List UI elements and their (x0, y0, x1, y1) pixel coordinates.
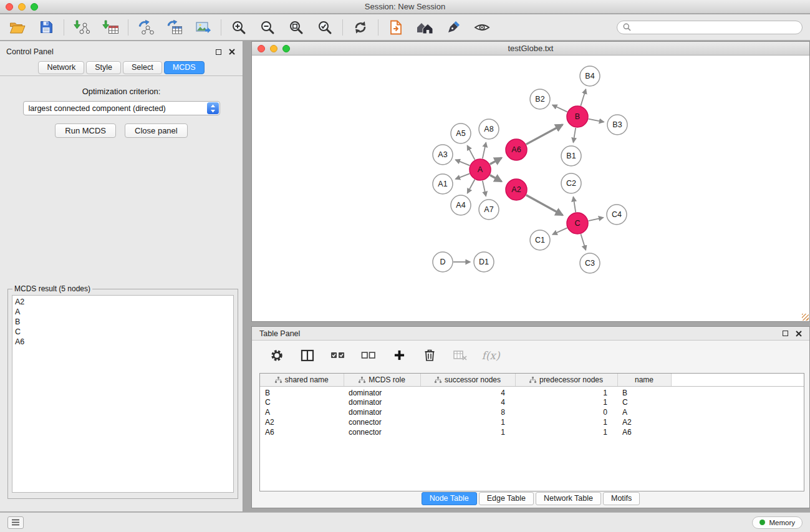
export-network-button[interactable] (135, 17, 157, 37)
deselect-all-button[interactable] (360, 347, 377, 364)
graph-edge-A6-B[interactable] (526, 125, 563, 145)
table-row[interactable]: Bdominator41B (260, 386, 804, 397)
float-panel-icon[interactable] (783, 331, 788, 336)
column-settings-button[interactable] (299, 347, 316, 364)
graph-node-D1[interactable]: D1 (474, 252, 494, 272)
table-cell[interactable]: 1 (515, 386, 617, 397)
export-image-button[interactable] (192, 17, 215, 37)
table-cell[interactable]: 4 (420, 397, 515, 407)
minimize-window-icon[interactable] (270, 45, 277, 52)
tab-node-table[interactable]: Node Table (422, 492, 477, 505)
graph-edge-A-A3[interactable] (455, 160, 470, 165)
tab-network-table[interactable]: Network Table (536, 492, 601, 505)
table-cell[interactable]: 1 (420, 427, 515, 437)
graph-node-B3[interactable]: B3 (607, 115, 627, 135)
table-row[interactable]: A2connector11A2 (260, 417, 804, 427)
annotation-button[interactable] (442, 17, 465, 37)
table-cell[interactable]: connector (344, 417, 420, 427)
table-cell[interactable]: A (260, 407, 344, 417)
table-cell[interactable]: dominator (344, 397, 420, 407)
table-cell[interactable]: B (617, 386, 671, 397)
column-header-name[interactable]: name (617, 374, 671, 386)
graph-node-A8[interactable]: A8 (479, 119, 499, 139)
graph-edge-A2-C[interactable] (526, 195, 563, 215)
network-canvas[interactable]: AA1A2A3A4A5A6A7A8BB1B2B3B4CC1C2C3C4DD1 (252, 56, 809, 321)
graph-edge-C-C3[interactable] (581, 234, 586, 250)
graph-node-A5[interactable]: A5 (451, 123, 471, 143)
close-window-icon[interactable] (6, 3, 13, 11)
network-window-titlebar[interactable]: testGlobe.txt (252, 42, 809, 56)
delete-table-button[interactable] (452, 347, 468, 364)
select-all-button[interactable] (330, 347, 346, 364)
zoom-fit-button[interactable] (285, 17, 307, 37)
close-panel-icon[interactable] (229, 49, 235, 55)
graph-node-D[interactable]: D (433, 252, 453, 272)
graph-edge-A-A6[interactable] (490, 158, 502, 164)
graph-node-A1[interactable]: A1 (433, 174, 453, 194)
result-item[interactable]: B (15, 317, 231, 327)
graph-edge-A-A5[interactable] (467, 145, 475, 160)
task-history-button[interactable] (7, 516, 24, 529)
column-header-successor-nodes[interactable]: successor nodes (420, 374, 515, 386)
graph-node-B2[interactable]: B2 (530, 89, 550, 109)
table-cell[interactable]: A6 (617, 427, 671, 437)
tab-mcds[interactable]: MCDS (164, 61, 205, 74)
graph-node-A4[interactable]: A4 (451, 195, 471, 215)
resize-grip[interactable] (802, 314, 809, 321)
table-cell[interactable]: A (617, 407, 671, 417)
save-session-button[interactable] (35, 17, 57, 37)
graph-edge-B-B1[interactable] (573, 128, 576, 143)
graph-node-C1[interactable]: C1 (530, 230, 550, 250)
close-panel-button[interactable]: Close panel (125, 123, 188, 138)
graph-node-C2[interactable]: C2 (561, 173, 581, 193)
mcds-result-list[interactable]: A2 A B C A6 (12, 295, 234, 493)
table-row[interactable]: Adominator80A (260, 407, 804, 417)
result-item[interactable]: C (15, 327, 231, 337)
graph-node-C4[interactable]: C4 (607, 205, 627, 225)
table-cell[interactable]: C (260, 397, 344, 407)
graph-node-A3[interactable]: A3 (433, 145, 453, 165)
tab-edge-table[interactable]: Edge Table (479, 492, 534, 505)
column-header-predecessor-nodes[interactable]: predecessor nodes (515, 374, 617, 386)
result-item[interactable]: A (15, 307, 231, 317)
criterion-dropdown[interactable]: largest connected component (directed) (23, 101, 220, 115)
table-cell[interactable]: A2 (617, 417, 671, 427)
float-panel-icon[interactable] (216, 49, 221, 55)
graph-edge-B-B2[interactable] (552, 105, 567, 112)
table-cell[interactable]: B (260, 386, 344, 397)
close-window-icon[interactable] (258, 45, 265, 52)
zoom-out-button[interactable] (256, 17, 279, 37)
first-neighbors-button[interactable] (413, 17, 436, 37)
table-row[interactable]: Cdominator41C (260, 397, 804, 407)
graph-edge-B-B3[interactable] (589, 119, 604, 122)
show-graphics-details-button[interactable] (471, 17, 493, 37)
table-cell[interactable]: C (617, 397, 671, 407)
table-settings-button[interactable] (269, 347, 285, 364)
export-table-button[interactable] (163, 17, 186, 37)
function-builder-button[interactable]: f(x) (483, 347, 499, 364)
zoom-window-icon[interactable] (282, 45, 290, 52)
graph-node-A7[interactable]: A7 (479, 200, 499, 220)
table-cell[interactable]: 8 (420, 407, 515, 417)
tab-motifs[interactable]: Motifs (603, 492, 640, 505)
graph-node-B4[interactable]: B4 (580, 66, 600, 86)
graph-edge-B-B4[interactable] (581, 89, 586, 106)
result-item[interactable]: A6 (15, 337, 231, 347)
toolbar-search-field[interactable] (617, 21, 803, 34)
apply-layout-button[interactable] (349, 17, 372, 37)
zoom-in-button[interactable] (228, 17, 250, 37)
graph-edge-A-A4[interactable] (468, 180, 475, 193)
result-item[interactable]: A2 (15, 297, 231, 307)
table-cell[interactable]: A2 (260, 417, 344, 427)
column-header-shared-name[interactable]: shared name (260, 374, 344, 386)
table-cell[interactable]: 1 (515, 427, 617, 437)
import-network-file-button[interactable] (70, 17, 93, 37)
minimize-window-icon[interactable] (18, 3, 26, 11)
table-row[interactable]: A6connector11A6 (260, 427, 804, 437)
run-mcds-button[interactable]: Run MCDS (55, 123, 116, 138)
tab-network[interactable]: Network (38, 61, 84, 74)
zoom-window-icon[interactable] (31, 3, 38, 11)
create-column-button[interactable] (391, 347, 407, 364)
graph-edge-C-C1[interactable] (552, 228, 567, 235)
table-cell[interactable]: dominator (344, 386, 420, 397)
